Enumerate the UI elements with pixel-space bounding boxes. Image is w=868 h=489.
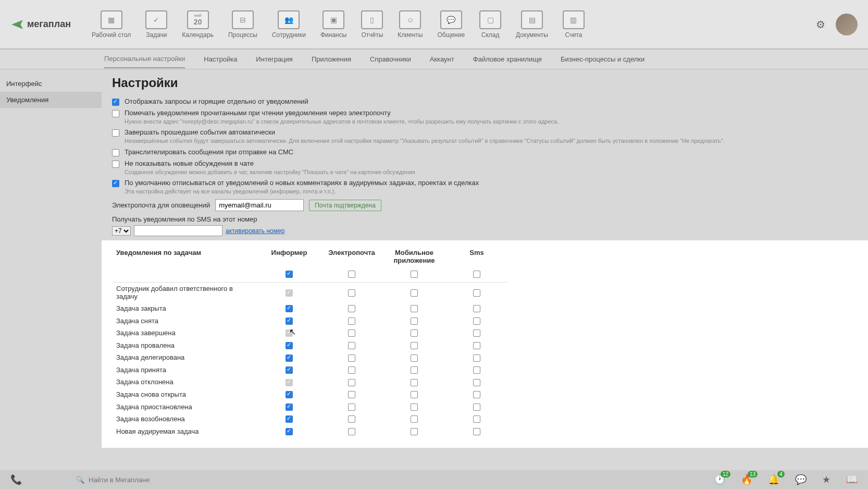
notify-checkbox[interactable] [473, 342, 480, 349]
notify-checkbox[interactable] [411, 305, 418, 312]
option-checkbox[interactable] [112, 180, 119, 187]
sms-country-code[interactable]: +7 [112, 226, 131, 236]
gear-icon[interactable]: ⚙ [816, 18, 825, 31]
star-icon[interactable]: ★ [822, 474, 830, 485]
notify-checkbox[interactable] [348, 366, 355, 374]
notify-checkbox[interactable] [348, 415, 355, 423]
subnav-item[interactable]: Бизнес-процессы и сделки [561, 51, 644, 68]
notify-checkbox[interactable] [411, 329, 418, 337]
notify-checkbox[interactable] [286, 271, 293, 278]
notify-checkbox[interactable] [286, 354, 293, 362]
option-row: Транслителировать сообщения при отправке… [112, 148, 858, 156]
avatar[interactable] [836, 14, 858, 35]
notify-checkbox[interactable] [348, 317, 355, 325]
option-checkbox[interactable] [112, 149, 119, 156]
subnav-item[interactable]: Аккаунт [430, 51, 454, 68]
notify-checkbox[interactable] [411, 379, 418, 386]
phone-icon[interactable]: 📞 [10, 474, 22, 485]
msg-icon[interactable]: 💬 [795, 474, 807, 485]
notify-checkbox[interactable] [473, 289, 480, 297]
notify-checkbox[interactable] [286, 317, 293, 325]
notify-checkbox[interactable] [286, 342, 293, 349]
notify-checkbox[interactable] [473, 415, 480, 423]
option-checkbox[interactable] [112, 99, 119, 106]
option-checkbox[interactable] [112, 161, 119, 168]
subnav-item[interactable]: Персональные настройки [104, 50, 185, 68]
email-confirmed-badge: Почта подтверждена [309, 200, 381, 211]
nav-calendar[interactable]: май20Календарь [182, 10, 214, 39]
notify-checkbox[interactable] [473, 305, 480, 312]
table-row: Задача приостановлена [112, 400, 508, 413]
nav-invoice[interactable]: ▥Счета [563, 10, 585, 39]
logo[interactable]: мегаплан [10, 18, 71, 31]
notify-checkbox[interactable] [286, 404, 293, 411]
notify-checkbox[interactable] [411, 428, 418, 435]
nav-docs[interactable]: ▤Документы [516, 10, 548, 39]
table-row: Задача закрыта [112, 302, 508, 315]
notify-checkbox[interactable] [286, 415, 293, 423]
subnav-item[interactable]: Настройка [204, 51, 237, 68]
notify-checkbox[interactable] [411, 391, 418, 398]
notify-checkbox[interactable] [348, 342, 355, 349]
nav-box[interactable]: ▢Склад [479, 10, 501, 39]
notify-checkbox[interactable] [473, 317, 480, 325]
notify-checkbox[interactable] [411, 354, 418, 362]
notify-checkbox[interactable] [348, 289, 355, 297]
nav-dashboard[interactable]: ▦Рабочий стол [92, 10, 131, 39]
notify-checkbox[interactable] [411, 366, 418, 374]
subnav-item[interactable]: Приложения [312, 51, 351, 68]
notify-checkbox[interactable] [348, 305, 355, 312]
nav-people[interactable]: 👥Сотрудники [272, 10, 306, 39]
notify-checkbox[interactable] [473, 379, 480, 386]
nav-safe[interactable]: ▣Финансы [320, 10, 346, 39]
subnav-item[interactable]: Файловое хранилище [473, 51, 542, 68]
notify-checkbox[interactable] [411, 317, 418, 325]
sidebar-item[interactable]: Интерфейс [0, 76, 102, 92]
subnav-item[interactable]: Интеграция [256, 51, 293, 68]
bell-icon[interactable]: 🔔4 [768, 474, 779, 485]
notify-checkbox[interactable] [348, 271, 355, 278]
notify-checkbox [286, 379, 293, 386]
notify-checkbox[interactable] [348, 329, 355, 337]
nav-flow[interactable]: ⊟Процессы [228, 10, 257, 39]
notify-checkbox[interactable] [286, 366, 293, 374]
notify-checkbox[interactable] [473, 404, 480, 411]
nav-chat[interactable]: 💬Общение [437, 10, 465, 39]
notify-checkbox[interactable] [473, 366, 480, 374]
search-input[interactable] [89, 476, 214, 484]
notify-checkbox[interactable] [411, 271, 418, 278]
notify-checkbox[interactable] [411, 415, 418, 423]
clock-icon[interactable]: 🕐12 [714, 474, 725, 485]
notify-checkbox[interactable] [473, 391, 480, 398]
notify-checkbox[interactable] [348, 379, 355, 386]
notify-checkbox[interactable] [411, 289, 418, 297]
notify-checkbox[interactable] [473, 329, 480, 337]
notify-checkbox[interactable] [348, 354, 355, 362]
notify-checkbox[interactable] [473, 354, 480, 362]
nav-check[interactable]: ✓Задачи [145, 10, 167, 39]
book-icon[interactable]: 📖 [846, 474, 858, 485]
notify-checkbox[interactable] [473, 271, 480, 278]
notify-checkbox[interactable] [411, 342, 418, 349]
notify-checkbox[interactable] [348, 391, 355, 398]
docs-icon: ▤ [521, 10, 543, 29]
notify-checkbox[interactable] [348, 428, 355, 435]
notify-checkbox[interactable] [286, 428, 293, 435]
option-checkbox[interactable] [112, 110, 119, 117]
fire-icon[interactable]: 🔥13 [741, 474, 752, 485]
nav-client[interactable]: ☺Клиенты [398, 10, 423, 39]
email-input[interactable] [215, 199, 304, 211]
notify-checkbox[interactable] [286, 391, 293, 398]
nav-chart[interactable]: ▯Отчёты [361, 10, 383, 39]
nav-label: Документы [516, 31, 548, 39]
notify-checkbox[interactable] [348, 404, 355, 411]
subnav-item[interactable]: Справочники [370, 51, 411, 68]
option-row: Помечать уведомления прочитанными при чт… [112, 109, 858, 125]
sms-activate-link[interactable]: активировать номер [226, 227, 284, 235]
table-row: Задача делегирована [112, 351, 508, 364]
notify-checkbox[interactable] [411, 404, 418, 411]
notify-checkbox[interactable] [473, 428, 480, 435]
notify-checkbox[interactable] [286, 305, 293, 312]
sms-number-input[interactable] [134, 225, 222, 236]
sidebar-item[interactable]: Уведомления [0, 92, 102, 108]
